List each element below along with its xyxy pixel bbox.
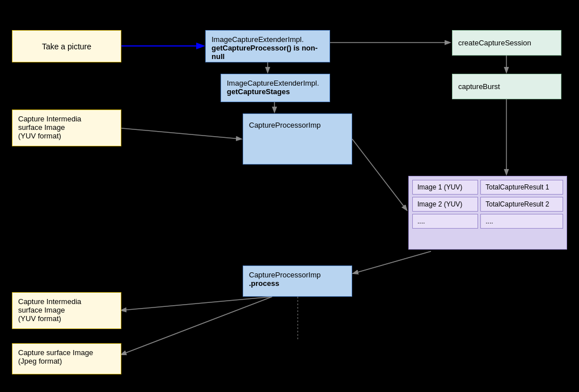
table-cell-result1: TotalCaptureResult 1 [480, 180, 563, 195]
table-row: Image 2 (YUV) TotalCaptureResult 2 [412, 197, 563, 212]
table-cell-dots2: .... [480, 214, 563, 229]
get-capture-stages-line1: ImageCaptureExtenderImpl. [227, 79, 324, 87]
svg-line-10 [121, 297, 272, 355]
table-cell-img1: Image 1 (YUV) [412, 180, 478, 195]
get-capture-processor-line2: getCaptureProcessor() is non-null [212, 44, 324, 61]
table-cell-result2: TotalCaptureResult 2 [480, 197, 563, 212]
get-capture-processor-line1: ImageCaptureExtenderImpl. [212, 35, 324, 44]
capture-intermedia-2-box: Capture Intermedia surface Image (YUV fo… [12, 292, 121, 329]
svg-line-7 [353, 251, 431, 273]
table-cell-dots1: .... [412, 214, 478, 229]
get-capture-processor-box: ImageCaptureExtenderImpl. getCaptureProc… [205, 30, 330, 62]
create-capture-session-box: createCaptureSession [452, 30, 561, 56]
capture-processor-impl-1-box: CaptureProcessorImp [243, 113, 352, 165]
capture-intermedia-2-line1: Capture Intermedia [18, 297, 115, 306]
svg-line-8 [121, 128, 241, 139]
table-cell-img2: Image 2 (YUV) [412, 197, 478, 212]
take-picture-label: Take a picture [42, 42, 91, 51]
create-capture-session-label: createCaptureSession [458, 39, 531, 47]
capture-intermedia-2-line2: surface Image [18, 306, 115, 314]
capture-processor-process-line2: .process [249, 279, 346, 288]
take-picture-box: Take a picture [12, 30, 121, 62]
table-row: .... .... [412, 214, 563, 229]
capture-intermedia-1-box: Capture Intermedia surface Image (YUV fo… [12, 109, 121, 146]
get-capture-stages-box: ImageCaptureExtenderImpl. getCaptureStag… [221, 74, 330, 102]
capture-burst-label: captureBurst [458, 82, 500, 91]
capture-intermedia-1-line1: Capture Intermedia [18, 115, 115, 123]
svg-line-9 [121, 297, 272, 310]
capture-intermedia-1-line3: (YUV format) [18, 132, 115, 140]
capture-surface-line1: Capture surface Image [18, 348, 115, 357]
capture-processor-process-box: CaptureProcessorImp .process [243, 265, 352, 297]
capture-intermedia-2-line3: (YUV format) [18, 314, 115, 323]
capture-surface-line2: (Jpeg format) [18, 357, 115, 365]
capture-intermedia-1-line2: surface Image [18, 123, 115, 132]
capture-processor-process-line1: CaptureProcessorImp [249, 271, 346, 279]
table-outer: Image 1 (YUV) TotalCaptureResult 1 Image… [408, 176, 567, 250]
capture-processor-impl-1-label: CaptureProcessorImp [249, 121, 346, 129]
capture-burst-box: captureBurst [452, 74, 561, 99]
svg-line-6 [352, 139, 407, 210]
table-row: Image 1 (YUV) TotalCaptureResult 1 [412, 180, 563, 195]
capture-surface-box: Capture surface Image (Jpeg format) [12, 343, 121, 374]
get-capture-stages-line2: getCaptureStages [227, 87, 324, 96]
